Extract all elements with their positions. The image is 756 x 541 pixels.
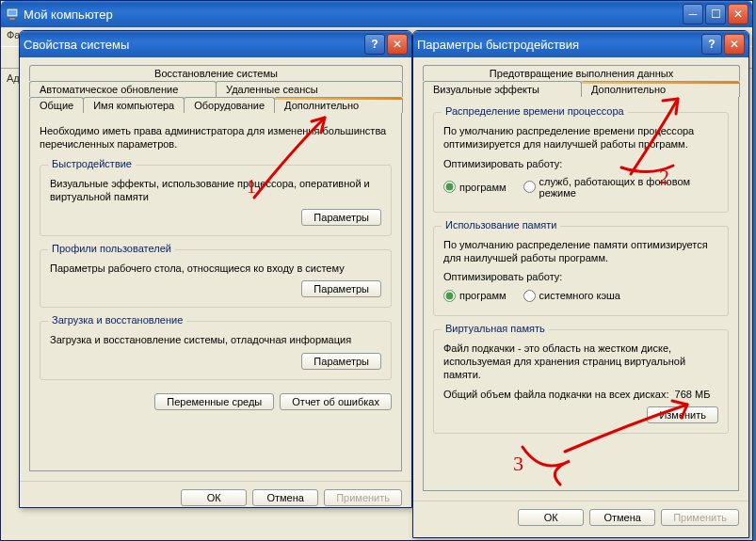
cpu-optimize-label: Оптимизировать работу:	[443, 157, 718, 170]
performance-legend: Быстродействие	[48, 158, 136, 169]
performance-text: Визуальные эффекты, использование процес…	[50, 177, 381, 204]
startup-recovery-settings-button[interactable]: Параметры	[301, 353, 381, 370]
mem-programs-radio[interactable]: программ	[443, 290, 507, 302]
close-button[interactable]: ✕	[728, 4, 748, 24]
cancel-button[interactable]: Отмена	[589, 509, 655, 526]
tab-auto-update[interactable]: Автоматическое обновление	[29, 81, 217, 97]
apply-button[interactable]: Применить	[324, 489, 402, 506]
maximize-button[interactable]: ☐	[705, 4, 726, 24]
environment-variables-button[interactable]: Переменные среды	[154, 393, 274, 410]
tab-hardware[interactable]: Оборудование	[184, 97, 275, 113]
tab-dep[interactable]: Предотвращение выполнения данных	[423, 65, 740, 81]
memory-usage-legend: Использование памяти	[442, 219, 560, 231]
my-computer-icon	[5, 7, 20, 22]
close-button[interactable]: ✕	[387, 34, 408, 55]
startup-recovery-legend: Загрузка и восстановление	[48, 314, 186, 326]
startup-recovery-text: Загрузка и восстановление системы, отлад…	[50, 333, 381, 346]
perfopts-title: Параметры быстродействия	[417, 38, 701, 52]
ok-button[interactable]: ОК	[181, 489, 247, 506]
performance-settings-button[interactable]: Параметры	[301, 209, 381, 226]
memory-usage-group: Использование памяти По умолчанию распре…	[433, 226, 729, 316]
user-profiles-settings-button[interactable]: Параметры	[301, 280, 381, 297]
virtual-memory-text: Файл подкачки - это область на жестком д…	[443, 342, 718, 382]
sysprops-titlebar: Свойства системы ? ✕	[20, 31, 411, 57]
tab-advanced[interactable]: Дополнительно	[274, 97, 403, 113]
tab-visual-effects[interactable]: Визуальные эффекты	[423, 81, 582, 97]
close-button[interactable]: ✕	[724, 34, 745, 55]
tab-system-restore[interactable]: Восстановление системы	[29, 65, 403, 81]
user-profiles-text: Параметры рабочего стола, относящиеся ко…	[50, 262, 381, 275]
help-button[interactable]: ?	[364, 34, 385, 55]
explorer-title: Мой компьютер	[24, 8, 683, 22]
tab-remote-sessions[interactable]: Удаленные сеансы	[216, 81, 403, 97]
cancel-button[interactable]: Отмена	[252, 489, 318, 506]
pagefile-total-value: 768 МБ	[675, 389, 711, 400]
svg-rect-1	[8, 10, 16, 15]
mem-cache-radio[interactable]: системного кэша	[523, 290, 620, 302]
user-profiles-group: Профили пользователей Параметры рабочего…	[40, 249, 392, 308]
user-profiles-legend: Профили пользователей	[48, 243, 175, 254]
sysprops-tabs: Восстановление системы Автоматическое об…	[29, 65, 402, 471]
pagefile-total-row: Общий объем файла подкачки на всех диска…	[443, 388, 718, 401]
cpu-scheduling-legend: Распределение времени процессора	[442, 105, 628, 117]
cpu-scheduling-group: Распределение времени процессора По умол…	[433, 112, 729, 213]
perfopts-tabs: Предотвращение выполнения данных Визуаль…	[423, 65, 739, 491]
minimize-button[interactable]: ─	[683, 4, 703, 24]
startup-recovery-group: Загрузка и восстановление Загрузка и вос…	[40, 321, 392, 379]
performance-group: Быстродействие Визуальные эффекты, испол…	[40, 165, 392, 237]
system-properties-dialog: Свойства системы ? ✕ Восстановление сист…	[19, 30, 412, 508]
performance-options-dialog: Параметры быстродействия ? ✕ Предотвраще…	[412, 30, 749, 538]
cpu-programs-radio[interactable]: программ	[443, 181, 507, 193]
perfopts-titlebar: Параметры быстродействия ? ✕	[413, 31, 748, 57]
apply-button[interactable]: Применить	[661, 509, 739, 526]
svg-rect-2	[9, 18, 15, 20]
help-button[interactable]: ?	[701, 34, 722, 55]
virtual-memory-group: Виртуальная память Файл подкачки - это о…	[433, 329, 729, 434]
mem-optimize-label: Оптимизировать работу:	[443, 270, 718, 283]
virtual-memory-legend: Виртуальная память	[442, 323, 549, 334]
advanced-intro-text: Необходимо иметь права админиcтратора дл…	[40, 124, 392, 151]
memory-usage-text: По умолчанию распределение памяти оптими…	[443, 238, 718, 265]
change-pagefile-button[interactable]: Изменить	[647, 406, 718, 423]
tab-advanced[interactable]: Дополнительно	[581, 81, 740, 97]
cpu-scheduling-text: По умолчанию распределение времени проце…	[443, 124, 718, 151]
sysprops-title: Свойства системы	[24, 38, 364, 52]
error-reporting-button[interactable]: Отчет об ошибках	[280, 393, 392, 410]
cpu-services-radio[interactable]: служб, работающих в фоновом режиме	[523, 176, 718, 199]
ok-button[interactable]: ОК	[518, 509, 584, 526]
explorer-titlebar: Мой компьютер ─ ☐ ✕	[1, 1, 752, 27]
tab-general[interactable]: Общие	[29, 97, 84, 113]
tab-computer-name[interactable]: Имя компьютера	[83, 97, 185, 113]
